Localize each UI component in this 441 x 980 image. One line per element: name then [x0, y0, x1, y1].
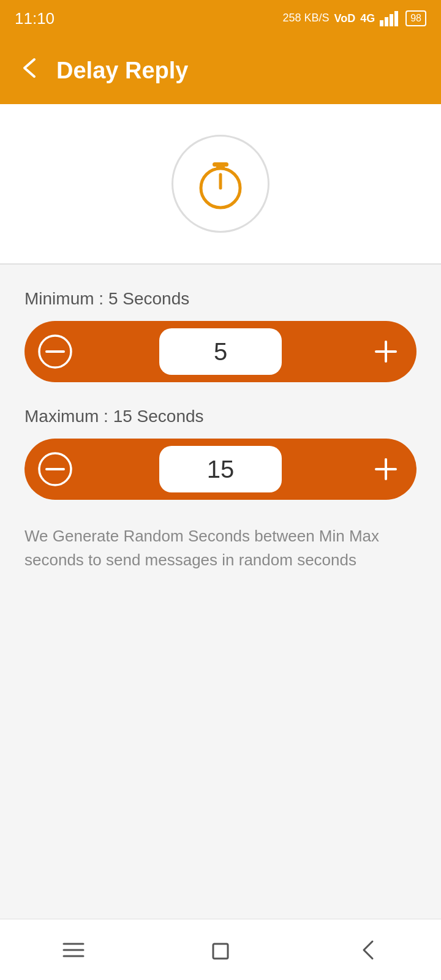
- network-gen: 4G: [360, 12, 375, 25]
- svg-rect-1: [385, 17, 388, 26]
- status-time: 11:10: [15, 9, 55, 28]
- minimum-increment-button[interactable]: [361, 327, 410, 376]
- battery-icon: 98: [405, 10, 426, 26]
- status-icons: 258 KB/S VoD 4G 98: [282, 10, 426, 26]
- app-bar: Delay Reply: [0, 37, 441, 104]
- svg-rect-7: [213, 162, 228, 167]
- svg-rect-19: [213, 944, 228, 959]
- page-title: Delay Reply: [56, 58, 188, 84]
- maximum-stepper: 15: [24, 439, 417, 500]
- maximum-decrement-button[interactable]: [31, 445, 80, 494]
- menu-nav-button[interactable]: [55, 932, 92, 968]
- home-nav-button[interactable]: [202, 932, 239, 968]
- maximum-value[interactable]: 15: [159, 446, 282, 492]
- maximum-value-container: 15: [80, 446, 361, 492]
- signal-icon: [380, 10, 401, 26]
- minimum-value-container: 5: [80, 328, 361, 375]
- timer-circle: [172, 135, 270, 233]
- info-text: We Generate Random Seconds between Min M…: [24, 524, 417, 572]
- network-speed: 258 KB/S: [282, 12, 329, 24]
- back-nav-button[interactable]: [349, 932, 386, 968]
- status-bar: 11:10 258 KB/S VoD 4G 98: [0, 0, 441, 37]
- content-area: Minimum : 5 Seconds 5 Maximum : 15 Secon…: [0, 104, 441, 919]
- svg-rect-2: [390, 14, 393, 26]
- minimum-stepper: 5: [24, 321, 417, 382]
- minimum-label: Minimum : 5 Seconds: [24, 289, 417, 309]
- network-type: VoD: [334, 12, 356, 25]
- minimum-value[interactable]: 5: [159, 328, 282, 375]
- back-button[interactable]: [17, 56, 42, 86]
- controls-section: Minimum : 5 Seconds 5 Maximum : 15 Secon…: [0, 265, 441, 919]
- maximum-increment-button[interactable]: [361, 445, 410, 494]
- nav-bar: [0, 919, 441, 980]
- svg-rect-0: [380, 20, 383, 26]
- maximum-label: Maximum : 15 Seconds: [24, 407, 417, 426]
- minimum-decrement-button[interactable]: [31, 327, 80, 376]
- timer-section: [0, 104, 441, 263]
- stopwatch-icon: [193, 156, 248, 211]
- svg-rect-3: [394, 11, 398, 26]
